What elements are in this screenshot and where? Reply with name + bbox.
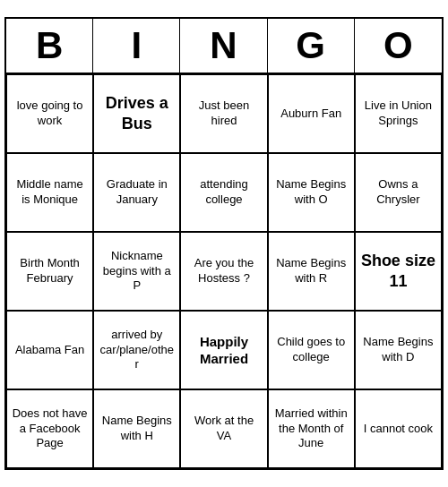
- bingo-cell-6: Graduate in January: [93, 153, 180, 232]
- bingo-cell-18: Child goes to college: [268, 311, 355, 389]
- bingo-cell-2: Just been hired: [180, 74, 267, 153]
- bingo-letter-b: B: [6, 19, 93, 73]
- bingo-header: BINGO: [6, 19, 442, 74]
- bingo-cell-22: Work at the VA: [180, 389, 267, 468]
- bingo-letter-n: N: [180, 19, 267, 73]
- bingo-cell-8: Name Begins with O: [268, 153, 355, 232]
- bingo-cell-23: Married within the Month of June: [268, 389, 355, 468]
- bingo-letter-g: G: [268, 19, 355, 73]
- bingo-cell-1: Drives a Bus: [93, 74, 180, 153]
- bingo-letter-i: I: [93, 19, 180, 73]
- bingo-cell-11: Nickname begins with a P: [93, 232, 180, 311]
- bingo-cell-9: Owns a Chrysler: [355, 153, 442, 232]
- bingo-grid: love going to workDrives a BusJust been …: [6, 74, 442, 468]
- bingo-cell-3: Auburn Fan: [268, 74, 355, 153]
- bingo-cell-12: Are you the Hostess ?: [180, 232, 267, 311]
- bingo-card: BINGO love going to workDrives a BusJust…: [4, 17, 444, 470]
- bingo-cell-0: love going to work: [6, 74, 93, 153]
- bingo-cell-24: I cannot cook: [355, 389, 442, 468]
- bingo-cell-7: attending college: [180, 153, 267, 232]
- bingo-cell-21: Name Begins with H: [93, 389, 180, 468]
- bingo-cell-10: Birth Month February: [6, 232, 93, 311]
- bingo-cell-19: Name Begins with D: [355, 311, 442, 389]
- bingo-cell-17: Happily Married: [180, 311, 267, 389]
- bingo-cell-13: Name Begins with R: [268, 232, 355, 311]
- bingo-cell-4: Live in Union Springs: [355, 74, 442, 153]
- bingo-cell-15: Alabama Fan: [6, 311, 93, 389]
- bingo-cell-20: Does not have a Facebook Page: [6, 389, 93, 468]
- bingo-cell-14: Shoe size 11: [355, 232, 442, 311]
- bingo-letter-o: O: [355, 19, 442, 73]
- bingo-cell-5: Middle name is Monique: [6, 153, 93, 232]
- bingo-cell-16: arrived by car/plane/other: [93, 311, 180, 389]
